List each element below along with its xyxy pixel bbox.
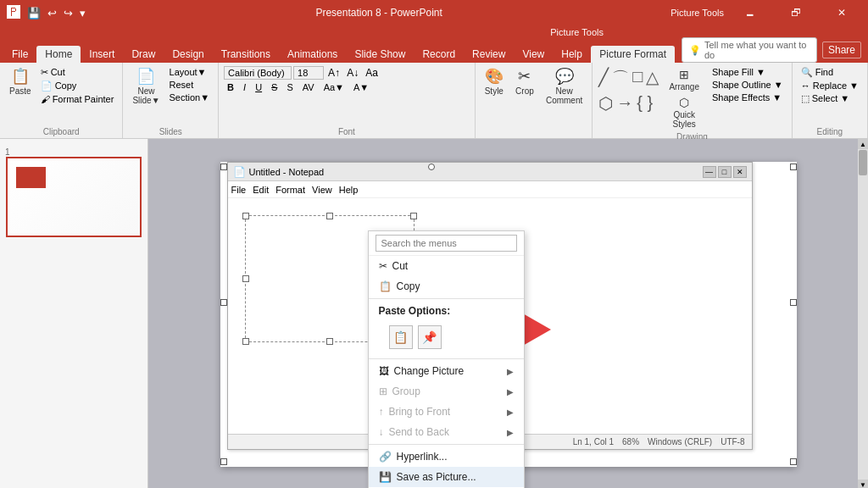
underline-button[interactable]: U	[252, 81, 265, 93]
scroll-up-btn[interactable]: ▲	[858, 139, 868, 149]
tab-help[interactable]: Help	[553, 46, 591, 63]
style-button[interactable]: 🎨 Style	[481, 66, 508, 97]
shape-outline-button[interactable]: Shape Outline ▼	[709, 79, 787, 91]
paste-icon-2[interactable]: 📌	[418, 325, 442, 349]
tab-file[interactable]: File	[3, 46, 36, 63]
shape-3[interactable]: □	[632, 66, 643, 91]
increase-font-btn[interactable]: A↑	[326, 66, 342, 80]
vertical-scrollbar[interactable]: ▲ ▼	[858, 139, 868, 488]
cut-button[interactable]: ✂ Cut	[37, 66, 118, 79]
slide-thumbnail[interactable]	[6, 157, 142, 237]
notepad-menu-format[interactable]: Format	[275, 185, 305, 195]
tell-me-text: Tell me what you want to do	[704, 40, 810, 60]
drawing-group: ╱ ⌒ □ △ ⬡ → { } ⊞ Arrange ⬡ Quic	[593, 63, 792, 138]
notepad-window[interactable]: 📄 Untitled - Notepad — □ ✕ File Edit For…	[227, 162, 753, 450]
font-color-button[interactable]: A▼	[350, 81, 372, 93]
layout-button[interactable]: Layout▼	[166, 66, 214, 78]
context-hyperlink[interactable]: 🔗 Hyperlink...	[369, 446, 524, 467]
tab-design[interactable]: Design	[164, 46, 212, 63]
font-name-selector[interactable]: Calibri (Body)	[224, 66, 292, 80]
redo-qa-btn[interactable]: ↪	[62, 5, 75, 21]
share-button[interactable]: Share	[822, 42, 861, 58]
replace-button[interactable]: ↔ Replace ▼	[798, 80, 862, 92]
notepad-close[interactable]: ✕	[733, 166, 747, 178]
slides-label: Slides	[128, 127, 213, 136]
new-slide-icon: 📄	[136, 68, 155, 86]
notepad-minimize[interactable]: —	[703, 166, 716, 178]
undo-qa-btn[interactable]: ↩	[46, 5, 58, 21]
maximize-button[interactable]: 🗗	[776, 0, 815, 25]
shape-5[interactable]: ⬡	[598, 92, 614, 114]
arrange-button[interactable]: ⊞ Arrange	[665, 66, 704, 93]
change-picture-icon: 🖼	[379, 365, 389, 377]
slide-thumb-inner	[8, 158, 140, 236]
tab-insert[interactable]: Insert	[81, 46, 123, 63]
change-case-button[interactable]: Aa▼	[320, 81, 348, 93]
shape-4[interactable]: △	[645, 66, 659, 91]
new-comment-ribbon-button[interactable]: 💬 New Comment	[542, 66, 587, 107]
format-painter-button[interactable]: 🖌 Format Painter	[37, 93, 118, 105]
tab-view[interactable]: View	[514, 46, 553, 63]
notepad-content[interactable]: ✂ Cut 📋 Copy Paste Options:	[228, 198, 752, 449]
context-copy[interactable]: 📋 Copy	[369, 276, 524, 297]
tab-draw[interactable]: Draw	[123, 46, 164, 63]
group-icon: ⊞	[379, 385, 387, 397]
tab-slideshow[interactable]: Slide Show	[346, 46, 414, 63]
handle-ml	[242, 275, 249, 282]
context-cut[interactable]: ✂ Cut	[369, 256, 524, 276]
notepad-maximize[interactable]: □	[718, 166, 732, 178]
tab-home[interactable]: Home	[36, 46, 81, 63]
decrease-font-btn[interactable]: A↓	[344, 66, 361, 80]
tab-record[interactable]: Record	[414, 46, 464, 63]
char-spacing-button[interactable]: AV	[299, 81, 318, 93]
clear-format-btn[interactable]: Aa	[363, 66, 381, 80]
shape-effects-button[interactable]: Shape Effects ▼	[709, 92, 787, 103]
shape-1[interactable]: ╱	[598, 66, 609, 91]
italic-button[interactable]: I	[240, 81, 249, 93]
editing-label: Editing	[798, 127, 862, 136]
select-button[interactable]: ⬚ Select ▼	[798, 92, 854, 105]
context-search-input[interactable]	[376, 235, 517, 252]
shape-6[interactable]: →	[615, 92, 634, 114]
quick-styles-button[interactable]: ⬡ Quick Styles	[665, 94, 704, 130]
reset-button[interactable]: Reset	[166, 79, 214, 91]
new-slide-button[interactable]: 📄 New Slide▼	[128, 66, 164, 107]
scroll-down-btn[interactable]: ▼	[858, 480, 868, 488]
shape-fill-button[interactable]: Shape Fill ▼	[709, 66, 787, 78]
save-picture-icon: 💾	[379, 471, 392, 483]
section-button[interactable]: Section▼	[166, 92, 214, 103]
minimize-button[interactable]: 🗕	[731, 0, 770, 25]
scroll-thumb[interactable]	[859, 150, 867, 175]
find-button[interactable]: 🔍 Find	[798, 66, 837, 79]
tab-transitions[interactable]: Transitions	[213, 46, 279, 63]
strikethrough-button[interactable]: S	[268, 81, 281, 93]
font-size-selector[interactable]: 18	[293, 66, 324, 80]
notepad-menu-help[interactable]: Help	[339, 185, 359, 195]
notepad-menu-file[interactable]: File	[231, 185, 247, 195]
context-save-picture[interactable]: 💾 Save as Picture...	[369, 467, 524, 487]
paste-button[interactable]: 📋 Paste	[5, 66, 36, 97]
style-icon: 🎨	[485, 68, 504, 86]
tab-picture-format[interactable]: Picture Format	[591, 46, 675, 63]
notepad-menu-edit[interactable]: Edit	[253, 185, 269, 195]
tell-me-input[interactable]: 💡 Tell me what you want to do	[682, 37, 817, 63]
outer-handle-left	[220, 299, 227, 306]
bold-button[interactable]: B	[224, 81, 237, 93]
shape-7[interactable]: { }	[636, 92, 654, 114]
save-qa-btn[interactable]: 💾	[25, 5, 42, 21]
context-menu-search[interactable]	[369, 231, 524, 256]
paste-icon-1[interactable]: 📋	[389, 325, 413, 349]
tab-review[interactable]: Review	[464, 46, 514, 63]
close-button[interactable]: ✕	[822, 0, 861, 25]
tab-animations[interactable]: Animations	[279, 46, 346, 63]
customize-qa-btn[interactable]: ▾	[78, 5, 87, 21]
shape-2[interactable]: ⌒	[611, 66, 630, 91]
context-change-picture[interactable]: 🖼 Change Picture ▶	[369, 361, 524, 381]
copy-cm-icon: 📋	[379, 280, 392, 292]
copy-button[interactable]: 📄 Copy	[37, 80, 118, 92]
new-comment-label: New Comment	[546, 86, 582, 105]
notepad-ln-col: Ln 1, Col 1	[573, 437, 614, 446]
shadow-button[interactable]: S	[283, 81, 296, 93]
crop-button[interactable]: ✂ Crop	[511, 66, 538, 97]
notepad-menu-view[interactable]: View	[312, 185, 332, 195]
